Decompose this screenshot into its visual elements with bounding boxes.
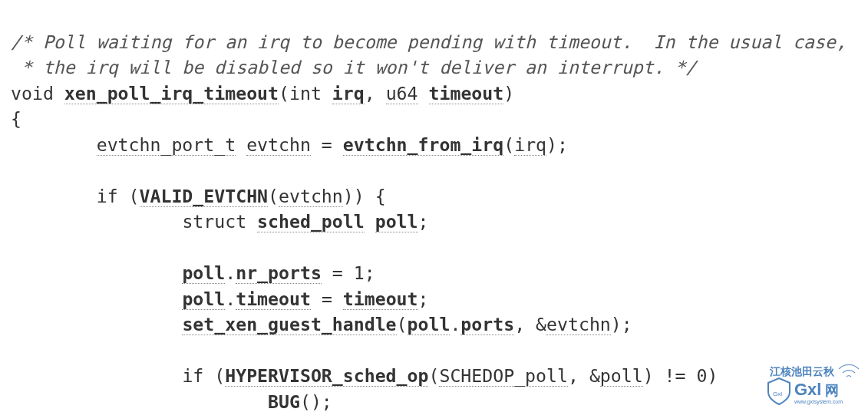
field-timeout: timeout [236,288,311,310]
fn-name: xen_poll_irq_timeout [64,83,279,104]
const-schedop-poll: SCHEDOP_poll [439,365,568,387]
type-evtchn-port: evtchn_port_t [97,134,236,156]
param-timeout: timeout [429,83,504,104]
num-one: 1 [354,262,365,283]
code-block: /* Poll waiting for an irq to become pen… [0,0,868,412]
kw-void: void [11,83,54,104]
comment-line-1: /* Poll waiting for an irq to become pen… [11,31,847,52]
kw-if-1: if [97,186,118,206]
num-zero: 0 [697,365,708,386]
call-bug: BUG [268,391,300,413]
arg-evtchn-2: evtchn [546,314,611,335]
call-set-xen-guest-handle: set_xen_guest_handle [182,314,396,335]
arg-poll-2: poll [600,365,643,387]
arg-timeout-2: timeout [343,288,418,310]
field-nr-ports: nr_ports [236,262,322,284]
poll-obj-3: poll [408,314,451,335]
call-hypervisor-sched-op: HYPERVISOR_sched_op [225,365,428,387]
field-ports: ports [460,314,514,335]
type-u64: u64 [386,83,418,104]
arg-evtchn-1: evtchn [279,186,343,207]
call-evtchn-from-irq: evtchn_from_irq [343,134,503,156]
kw-int: int [289,83,322,104]
type-sched-poll: sched_poll [257,211,365,232]
poll-obj-2: poll [182,288,225,310]
macro-valid-evtchn: VALID_EVTCHN [140,186,269,207]
var-evtchn: evtchn [246,134,311,156]
var-poll: poll [375,211,418,232]
arg-irq: irq [514,134,546,156]
poll-obj-1: poll [182,262,225,284]
kw-struct: struct [182,211,246,232]
param-irq: irq [332,83,365,104]
comment-line-2: * the irq will be disabled so it won't d… [11,57,696,77]
kw-if-2: if [182,365,203,386]
